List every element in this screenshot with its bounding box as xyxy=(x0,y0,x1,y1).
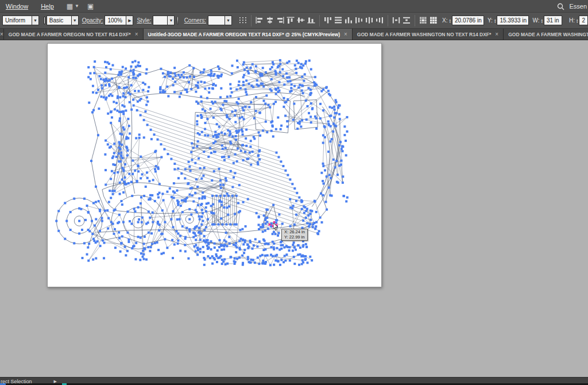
menu-help[interactable]: Help xyxy=(41,3,54,10)
workspace-switcher[interactable]: Essen xyxy=(569,3,587,10)
tabs-container: GOD MADE A FARMER OREGON NO TEXT R14 DXF… xyxy=(4,29,588,40)
w-field[interactable]: 31 in xyxy=(544,16,562,25)
chevron-down-icon: ▼ xyxy=(225,16,232,25)
document-tab[interactable]: Untitled-3GOD MADE A FARMER OREGON TEXT … xyxy=(144,29,353,40)
document-tab[interactable]: GOD MADE A FARMER OREGON NO TEXT R14 DXF… xyxy=(4,29,144,40)
separator xyxy=(319,15,320,26)
opacity-select[interactable]: 100% ▶ xyxy=(105,16,133,25)
x-stepper[interactable]: ▴▾ xyxy=(449,18,451,23)
tab-title: GOD MADE A FARMER WASHINGTON NO TEXT R14… xyxy=(357,32,491,37)
tooltip-y: Y: 22.99 in xyxy=(284,235,305,240)
illustrator-window: Window Help ▦▼ ▣ Essen Uniform ▼ Basic ▼… xyxy=(0,0,588,385)
tab-title: Untitled-3GOD MADE A FARMER OREGON TEXT … xyxy=(148,32,340,37)
chevron-down-icon: ▼ xyxy=(168,16,175,25)
control-bar: Uniform ▼ Basic ▼ Opacity: 100% ▶ Style:… xyxy=(0,13,588,29)
document-tab[interactable]: GOD MADE A FARMER WASHINGTON xyxy=(504,29,588,40)
brush-definition-value: Basic xyxy=(47,16,72,25)
tab-close-icon[interactable]: × xyxy=(135,31,138,37)
y-field[interactable]: 15.3933 in xyxy=(497,16,529,25)
w-stepper[interactable]: ▴▾ xyxy=(541,18,543,23)
tab-close-icon[interactable]: × xyxy=(0,29,4,40)
align-bottom-icon[interactable] xyxy=(306,15,316,26)
tab-close-icon[interactable]: × xyxy=(495,31,498,37)
horizontal-spacing-icon[interactable] xyxy=(391,15,401,26)
h-stepper[interactable]: ▴▾ xyxy=(577,18,578,23)
opacity-label[interactable]: Opacity: xyxy=(82,17,103,24)
graphic-style-value xyxy=(153,16,168,25)
x-label: X: xyxy=(442,17,447,24)
y-label: Y: xyxy=(488,17,493,24)
corners-value xyxy=(208,16,225,25)
document-layout-icon[interactable]: ▣ xyxy=(87,2,94,10)
tab-title: GOD MADE A FARMER OREGON NO TEXT R14 DXF… xyxy=(9,32,131,37)
menu-bar: Window Help ▦▼ ▣ Essen xyxy=(0,0,588,13)
distribute-left-icon[interactable] xyxy=(354,15,364,26)
chevron-down-icon: ▼ xyxy=(75,3,79,9)
align-vertical-center-icon[interactable] xyxy=(296,15,306,26)
status-bar: rect Selection ▶ xyxy=(0,377,588,385)
distribute-horizontal-center-icon[interactable] xyxy=(364,15,374,26)
distribute-top-icon[interactable] xyxy=(323,15,333,26)
x-field[interactable]: 20.0786 in xyxy=(452,16,484,25)
transform-mode-select[interactable]: Uniform ▼ xyxy=(2,16,39,25)
w-label: W: xyxy=(532,17,539,24)
transform-grid-icon[interactable] xyxy=(428,15,439,26)
chevron-right-icon: ▶ xyxy=(126,16,133,25)
menu-window[interactable]: Window xyxy=(6,3,28,10)
chevron-down-icon: ▼ xyxy=(72,16,79,25)
menu-bar-right: Essen xyxy=(557,0,587,13)
h-label: H: xyxy=(569,17,575,24)
align-distribute-icons xyxy=(238,15,439,26)
y-stepper[interactable]: ▴▾ xyxy=(494,18,496,23)
direct-selection-cursor-icon xyxy=(273,223,279,231)
separator xyxy=(415,15,415,26)
separator xyxy=(251,15,252,26)
artboard[interactable] xyxy=(47,43,382,287)
h-field[interactable]: 2 xyxy=(579,16,588,25)
tab-title: GOD MADE A FARMER WASHINGTON xyxy=(508,32,588,37)
vertical-spacing-icon[interactable] xyxy=(401,15,412,26)
recolor-artwork-icon[interactable] xyxy=(177,16,178,25)
search-icon[interactable] xyxy=(557,3,564,10)
chevron-down-icon: ▼ xyxy=(32,16,39,25)
separator xyxy=(388,15,388,26)
brush-definition-select[interactable]: Basic ▼ xyxy=(47,16,79,25)
corners-label[interactable]: Corners: xyxy=(184,17,206,24)
opacity-value: 100% xyxy=(105,16,126,25)
tab-close-icon[interactable]: × xyxy=(344,31,347,37)
distribute-right-icon[interactable] xyxy=(374,15,385,26)
measurement-tooltip: X: 26.24 in Y: 22.99 in xyxy=(281,229,308,241)
style-label[interactable]: Style: xyxy=(137,17,151,24)
canvas-area[interactable]: X: 26.24 in Y: 22.99 in xyxy=(0,40,588,377)
corners-select[interactable]: ▼ xyxy=(208,16,232,25)
distribute-vertical-center-icon[interactable] xyxy=(333,15,343,26)
distribute-bottom-icon[interactable] xyxy=(343,15,354,26)
artwork-canvas[interactable] xyxy=(48,44,381,287)
document-tab-bar: × GOD MADE A FARMER OREGON NO TEXT R14 D… xyxy=(0,29,588,40)
align-horizontal-center-icon[interactable] xyxy=(265,15,275,26)
arrange-documents-icon[interactable]: ▦▼ xyxy=(67,2,79,10)
reference-point-grid-icon[interactable] xyxy=(418,15,428,26)
align-left-icon[interactable] xyxy=(254,15,265,26)
transform-mode-value: Uniform xyxy=(2,16,32,25)
graphic-style-select[interactable]: ▼ xyxy=(153,16,175,25)
align-right-icon[interactable] xyxy=(275,15,285,26)
grid-dots-icon[interactable] xyxy=(238,15,248,26)
document-tab[interactable]: GOD MADE A FARMER WASHINGTON NO TEXT R14… xyxy=(353,29,504,40)
stroke-weight-preview[interactable] xyxy=(44,17,45,24)
align-top-icon[interactable] xyxy=(285,15,296,26)
